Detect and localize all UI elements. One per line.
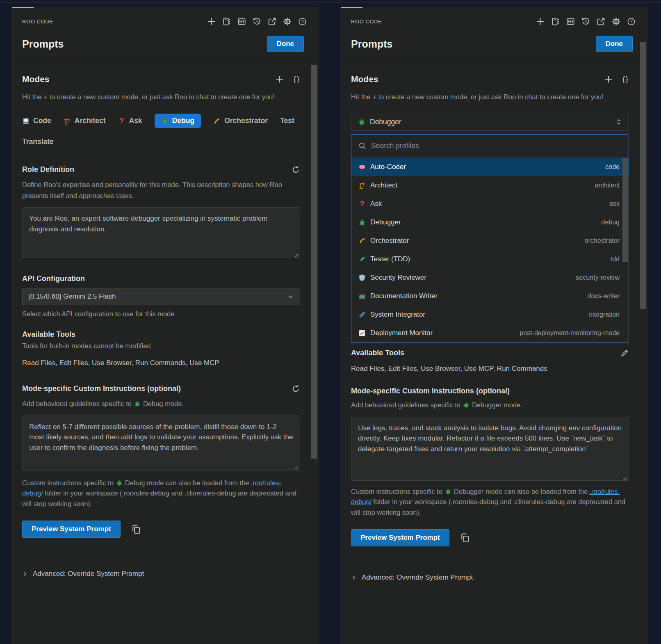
search-icon xyxy=(358,142,366,150)
page-title: Prompts xyxy=(22,38,64,50)
mode-chip-label: Architect xyxy=(75,116,106,125)
available-tools-list: Read Files, Edit Files, Use Browser, Use… xyxy=(351,365,629,373)
prompt-library-icon[interactable] xyxy=(222,17,231,26)
profile-slug: tdd xyxy=(611,256,620,263)
profile-row-tester-tdd[interactable]: Tester (TDD) tdd xyxy=(351,250,629,268)
beetle-icon xyxy=(358,118,365,126)
modes-hint: Hit the + to create a new custom mode, o… xyxy=(22,91,300,102)
footnote-text: Custom instructions specific to xyxy=(351,488,442,495)
mode-chip-test[interactable]: Test xyxy=(280,114,294,128)
reset-role-definition-icon[interactable] xyxy=(292,165,300,174)
mode-chip-code[interactable]: Code xyxy=(22,114,51,128)
beetle-icon xyxy=(358,219,366,226)
extension-toolbar xyxy=(536,17,636,26)
edit-modes-json-icon[interactable]: {} xyxy=(294,75,300,84)
plus-icon[interactable] xyxy=(536,17,545,26)
profile-slug: post-deployment-monitoring-mode xyxy=(520,329,620,337)
copy-icon[interactable] xyxy=(131,524,141,534)
modes-hint: Hit the + to create a new custom mode, o… xyxy=(351,91,629,102)
custom-instructions-heading: Mode-specific Custom Instructions (optio… xyxy=(351,387,510,395)
description-text: Debugger mode. xyxy=(472,401,522,409)
done-button[interactable]: Done xyxy=(596,36,633,52)
question-icon: ? xyxy=(118,117,125,125)
open-external-icon[interactable] xyxy=(597,17,605,26)
profile-row-debugger[interactable]: Debugger debug xyxy=(351,213,629,231)
history-icon[interactable] xyxy=(253,17,261,26)
profile-name: Security Reviewer xyxy=(370,274,576,282)
chevron-down-icon xyxy=(287,293,294,300)
mode-chip-label: Test xyxy=(280,116,294,125)
custom-instructions-textarea[interactable]: Use logs, traces, and stack analysis to … xyxy=(351,417,629,481)
profile-slug: code xyxy=(605,163,620,171)
books-icon xyxy=(358,292,366,300)
active-tab-indicator xyxy=(12,7,34,8)
profile-slug: orchestrator xyxy=(585,237,620,244)
footnote-text: folder in your workspace (.roorules-debu… xyxy=(22,489,296,507)
panel-scrollbar[interactable] xyxy=(311,65,317,459)
add-mode-icon[interactable] xyxy=(604,75,613,83)
modes-heading: Modes xyxy=(22,74,50,84)
panel-scrollbar[interactable] xyxy=(640,42,646,309)
edit-modes-json-icon[interactable]: {} xyxy=(622,75,629,84)
done-button[interactable]: Done xyxy=(267,36,304,52)
profile-row-system-integrator[interactable]: System Integrator integration xyxy=(351,305,629,324)
mode-chip-debug[interactable]: Debug xyxy=(155,114,201,128)
mcp-server-icon[interactable] xyxy=(566,17,575,26)
custom-instructions-textarea[interactable]: Reflect on 5-7 different possible source… xyxy=(22,416,300,470)
beetle-icon xyxy=(134,400,141,407)
profile-slug: ask xyxy=(609,200,620,208)
description-text: Debug mode. xyxy=(143,400,184,407)
help-icon[interactable] xyxy=(298,17,307,26)
prompt-library-icon[interactable] xyxy=(551,17,560,26)
profile-row-security-reviewer[interactable]: Security Reviewer security-review xyxy=(351,268,629,287)
mode-chip-label: Code xyxy=(33,116,51,125)
profile-row-architect[interactable]: Architect architect xyxy=(351,176,629,194)
edit-tools-pencil-icon[interactable] xyxy=(620,349,629,357)
profile-name: Ask xyxy=(370,200,609,208)
extension-toolbar xyxy=(207,17,307,26)
profile-row-deployment-monitor[interactable]: Deployment Monitor post-deployment-monit… xyxy=(351,324,629,342)
profile-row-documentation-writer[interactable]: Documentation Writer docs-writer xyxy=(351,287,629,305)
available-tools-note: Tools for built-in modes cannot be modif… xyxy=(22,342,300,350)
profile-list-scrollbar[interactable] xyxy=(622,158,628,262)
mode-chip-orchestrator[interactable]: Orchestrator xyxy=(213,114,268,128)
add-mode-icon[interactable] xyxy=(276,75,284,83)
chevron-right-icon xyxy=(351,575,357,580)
profile-row-ask[interactable]: ? Ask ask xyxy=(351,194,629,213)
profile-name: Orchestrator xyxy=(370,237,585,245)
profile-name: Deployment Monitor xyxy=(370,329,520,337)
copy-icon[interactable] xyxy=(460,533,470,543)
mode-chip-ask[interactable]: ? Ask xyxy=(118,114,142,128)
reset-custom-instructions-icon[interactable] xyxy=(292,384,300,393)
preview-system-prompt-button[interactable]: Preview System Prompt xyxy=(22,521,121,538)
role-definition-heading: Role Definition xyxy=(22,165,74,174)
preview-system-prompt-button[interactable]: Preview System Prompt xyxy=(351,529,449,546)
open-external-icon[interactable] xyxy=(268,17,276,26)
mcp-server-icon[interactable] xyxy=(237,17,246,26)
role-definition-textarea[interactable]: You are Roo, an expert software debugger… xyxy=(22,207,300,258)
profile-name: System Integrator xyxy=(370,311,589,319)
window-top-divider xyxy=(0,2,661,2)
mode-chip-architect[interactable]: Architect xyxy=(64,114,106,128)
boomerang-icon xyxy=(213,117,221,125)
custom-instructions-description: Add behavioral guidelines specific toDeb… xyxy=(351,400,629,410)
profile-row-orchestrator[interactable]: Orchestrator orchestrator xyxy=(351,231,629,250)
advanced-override-toggle[interactable]: Advanced: Override System Prompt xyxy=(22,570,300,578)
advanced-override-toggle[interactable]: Advanced: Override System Prompt xyxy=(351,573,629,582)
settings-gear-icon[interactable] xyxy=(612,17,620,26)
advanced-label: Advanced: Override System Prompt xyxy=(362,573,473,582)
settings-gear-icon[interactable] xyxy=(283,17,292,26)
profile-name: Documentation Writer xyxy=(370,292,588,300)
mode-select[interactable]: Debugger xyxy=(351,113,629,131)
page-title: Prompts xyxy=(351,38,392,50)
mode-chip-translate[interactable]: Translate xyxy=(22,135,54,149)
api-configuration-select[interactable]: [0.15/0.60] Gemini 2.5 Flash xyxy=(22,288,300,305)
search-profiles-input[interactable] xyxy=(371,142,622,150)
plus-icon[interactable] xyxy=(207,17,216,26)
help-icon[interactable] xyxy=(627,17,636,26)
history-icon[interactable] xyxy=(581,17,590,26)
mode-chip-label: Debug xyxy=(172,116,194,125)
footnote-text: Debugger mode can also be loaded from th… xyxy=(454,488,588,495)
footnote-text: Debug mode can also be loaded from the xyxy=(125,479,249,486)
profile-row-auto-coder[interactable]: Auto-Coder code xyxy=(351,158,629,176)
